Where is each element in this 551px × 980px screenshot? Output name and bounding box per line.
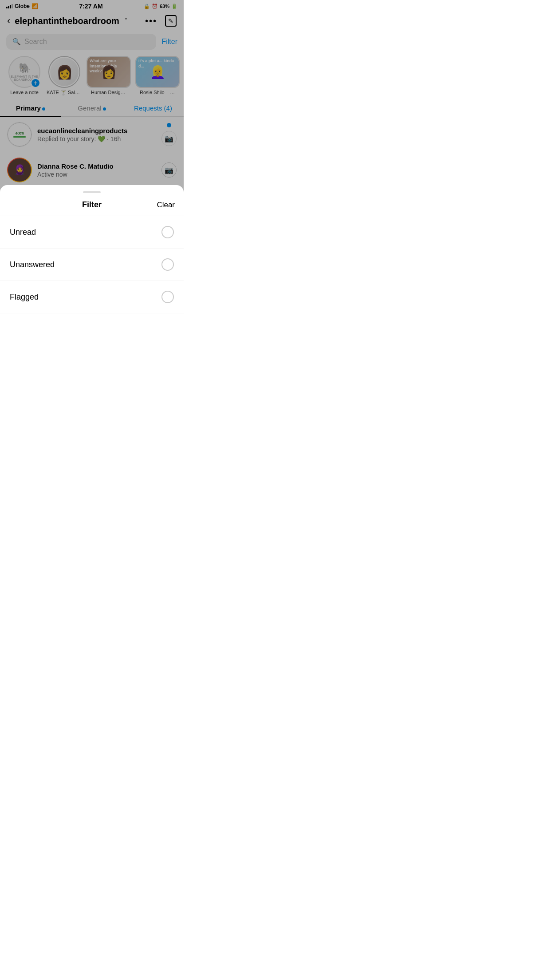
unread-label: Unread	[10, 228, 36, 237]
sheet-handle	[83, 191, 101, 193]
sheet-header: Filter Clear	[0, 200, 184, 216]
filter-sheet: Filter Clear Unread Unanswered Flagged	[0, 185, 184, 327]
unread-radio[interactable]	[161, 226, 174, 238]
clear-button[interactable]: Clear	[157, 201, 175, 209]
unanswered-radio[interactable]	[161, 258, 174, 271]
unanswered-label: Unanswered	[10, 260, 55, 269]
filter-option-flagged[interactable]: Flagged	[0, 281, 184, 313]
sheet-title: Filter	[82, 200, 102, 209]
filter-option-unread[interactable]: Unread	[0, 216, 184, 249]
flagged-label: Flagged	[10, 292, 39, 302]
flagged-radio[interactable]	[161, 291, 174, 303]
filter-option-unanswered[interactable]: Unanswered	[0, 249, 184, 281]
